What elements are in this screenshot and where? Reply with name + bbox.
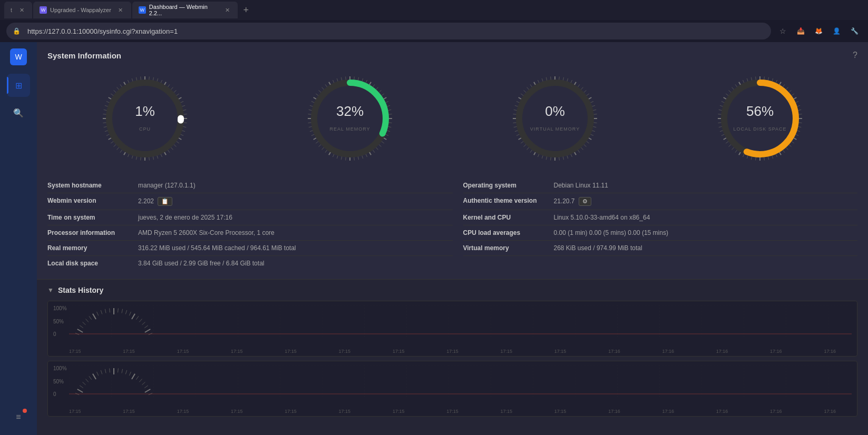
chart-1-x-11: 17:16 [662,349,674,354]
tab-2[interactable]: W Upgraded - Wappalyzer ✕ [33,2,131,18]
chart-1-x-3: 17:15 [231,349,243,354]
chart-1-area [69,305,852,337]
chart-2-x-13: 17:16 [770,409,782,414]
tab-1-label: t [11,7,12,13]
chart-2-y-labels: 100% 50% 0 [53,365,67,397]
gauge-cpu-svg: // Ticks rendered inline via SVG 1% CPU [100,74,190,163]
chart-2-x-5: 17:15 [339,409,351,414]
chart-2-x-14: 17:16 [824,409,836,414]
chart-2-y-0: 0 [53,391,67,397]
pocket-icon[interactable]: 📥 [793,24,808,38]
tab-3[interactable]: W Dashboard — Webmin 2.2... ✕ [132,2,238,18]
chart-2-x-2: 17:15 [177,409,189,414]
svg-text:1%: 1% [135,103,155,119]
processor-value: AMD Ryzen 5 2600X Six-Core Processor, 1 … [138,229,275,236]
chart-2-x-3: 17:15 [231,409,243,414]
tab-3-favicon: W [139,6,146,14]
stats-header[interactable]: ▼ Stats History [47,286,857,294]
real-memory-value: 316.22 MiB used / 545.64 MiB cached / 96… [138,244,296,252]
gauge-real-memory-svg: 32% REAL MEMORY [305,74,395,163]
tab-2-favicon: W [40,6,47,14]
tab-3-label: Dashboard — Webmin 2.2... [149,4,218,16]
app-layout: W ⊞ 🔍 ≡ System Information ? [0,42,868,435]
notification-badge [23,409,27,413]
chart-2-inner: 100% 50% 0 [48,365,857,408]
kernel-value: Linux 5.10.0-33-amd64 on x86_64 [554,214,650,221]
tab-2-close[interactable]: ✕ [116,6,125,14]
disk-label: Local disk space [47,260,132,267]
svg-text:LOCAL DISK SPACE: LOCAL DISK SPACE [734,126,787,132]
gauge-real-memory-wrapper: 32% REAL MEMORY [305,74,395,163]
info-row-empty [463,256,858,263]
chart-1-inner: 100% 50% 0 [48,305,857,348]
section-header: System Information ? [47,51,857,60]
tab-1-close[interactable]: ✕ [17,6,26,14]
bookmark-icon[interactable]: ☆ [775,24,790,38]
tab-3-close[interactable]: ✕ [223,6,231,14]
chart-2-x-1: 17:15 [123,409,135,414]
hostname-label: System hostname [47,182,132,189]
ext-icon-3[interactable]: 🔧 [847,24,862,38]
sidebar: W ⊞ 🔍 ≡ [0,42,37,435]
info-row-real-memory: Real memory 316.22 MiB used / 545.64 MiB… [47,241,453,256]
tab-1[interactable]: t ✕ [4,2,32,18]
tab-bar: t ✕ W Upgraded - Wappalyzer ✕ W Dashboar… [0,0,868,20]
info-row-load: CPU load averages 0.00 (1 min) 0.00 (5 m… [463,225,858,241]
info-row-processor: Processor information AMD Ryzen 5 2600X … [47,225,453,241]
chart-2-svg [69,365,852,397]
chart-1-y-100: 100% [53,305,67,311]
section-title: System Information [47,51,121,60]
gauges-row: // Ticks rendered inline via SVG 1% CPU [47,68,857,174]
stats-title: Stats History [58,286,103,294]
theme-version-badge[interactable]: ⚙ [579,197,591,206]
time-value: jueves, 2 de enero de 2025 17:16 [138,214,232,221]
chart-2-y-50: 50% [53,379,67,384]
chart-2-area [69,365,852,397]
nav-icon: ≡ [16,412,21,422]
svg-text:CPU: CPU [139,126,151,132]
svg-rect-315 [69,305,852,337]
os-label: Operating system [463,182,548,189]
time-label: Time on system [47,214,132,221]
help-icon[interactable]: ? [853,51,857,60]
sidebar-item-dashboard[interactable]: ⊞ [7,74,30,97]
system-info-section: System Information ? // Ticks rendered i… [37,42,868,280]
chart-1-y-labels: 100% 50% 0 [53,305,67,337]
info-col-left: System hostname manager (127.0.1.1) Webm… [47,178,453,271]
sidebar-logo[interactable]: W [10,48,27,65]
chart-1-x-9: 17:15 [554,349,567,354]
chart-1-x-labels: 17:15 17:15 17:15 17:15 17:15 17:15 17:1… [48,348,857,356]
info-row-hostname: System hostname manager (127.0.1.1) [47,178,453,193]
theme-version-value: 21.20.7 ⚙ [554,197,591,206]
processor-label: Processor information [47,229,132,236]
info-row-theme-version: Authentic theme version 21.20.7 ⚙ [463,193,858,210]
info-grid: System hostname manager (127.0.1.1) Webm… [47,178,857,271]
stats-arrow-icon: ▼ [47,286,54,294]
search-icon: 🔍 [13,108,24,118]
chart-2-x-9: 17:15 [554,409,567,414]
gauge-local-disk: 56% LOCAL DISK SPACE [715,74,805,163]
tab-2-label: Upgraded - Wappalyzer [50,7,111,13]
gauge-cpu-wrapper: // Ticks rendered inline via SVG 1% CPU [100,74,190,163]
svg-text:0%: 0% [545,103,565,119]
svg-rect-377 [69,365,852,397]
ext-icon-1[interactable]: 🦊 [811,24,826,38]
address-input[interactable] [6,23,771,39]
virtual-memory-value: 268 KiB used / 974.99 MiB total [554,244,642,252]
virtual-memory-label: Virtual memory [463,244,548,252]
new-tab-button[interactable]: + [239,3,253,17]
address-icons: ☆ 📥 🦊 👤 🔧 [775,24,862,38]
sidebar-item-nav[interactable]: ≡ [7,406,30,429]
webmin-version-badge[interactable]: 📋 [158,197,172,206]
gauge-local-disk-wrapper: 56% LOCAL DISK SPACE [715,74,805,163]
chart-2-y-100: 100% [53,365,67,371]
stats-chart-2: 100% 50% 0 [47,361,857,417]
info-row-webmin-version: Webmin version 2.202 📋 [47,193,453,210]
os-value: Debian Linux 11.11 [554,182,608,189]
chart-1-x-12: 17:16 [716,349,728,354]
sidebar-item-search[interactable]: 🔍 [7,101,30,124]
info-row-virtual-memory: Virtual memory 268 KiB used / 974.99 MiB… [463,241,858,256]
gauge-real-memory: 32% REAL MEMORY [305,74,395,163]
load-value: 0.00 (1 min) 0.00 (5 mins) 0.00 (15 mins… [554,229,668,236]
ext-icon-2[interactable]: 👤 [829,24,844,38]
